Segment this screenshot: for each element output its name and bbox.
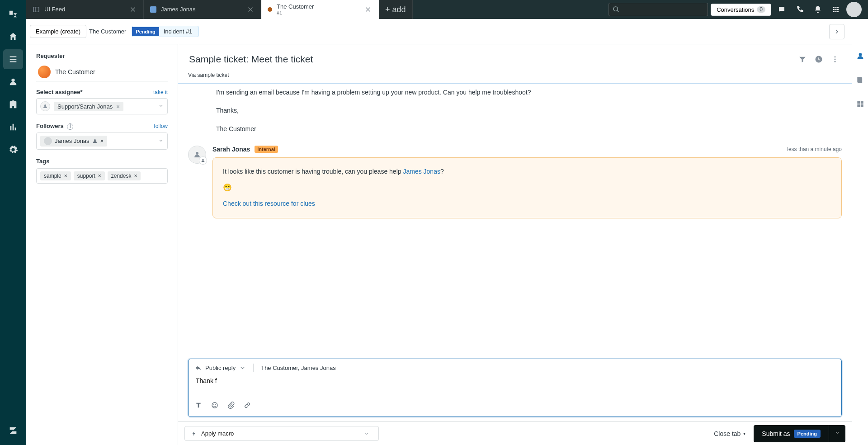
attach-button[interactable] (227, 402, 235, 410)
customer-message: I'm sending an email because I'm having … (216, 87, 668, 134)
filter-icon[interactable] (798, 55, 807, 63)
notifications-icon-button[interactable] (810, 2, 826, 17)
subject-input[interactable] (188, 53, 798, 65)
close-tab-button[interactable]: Close tab ▾ (711, 430, 748, 438)
subject-row (178, 44, 852, 69)
svg-rect-0 (33, 7, 39, 12)
remove-assignee-button[interactable]: × (116, 103, 120, 110)
search-icon (613, 6, 620, 13)
conversations-button[interactable]: Conversations 0 (711, 4, 771, 16)
info-icon[interactable]: i (67, 123, 73, 130)
close-icon[interactable] (246, 5, 255, 14)
submit-label: Submit as (762, 430, 790, 437)
svg-point-3 (835, 59, 836, 60)
rail-home-icon[interactable] (3, 27, 23, 47)
context-knowledge-icon[interactable] (856, 76, 865, 86)
rail-views-icon[interactable] (3, 49, 23, 69)
remove-follower-button[interactable]: × (100, 137, 104, 144)
tag-chip-label: zendesk (111, 173, 132, 179)
tab-ui-feed[interactable]: UI Feed (26, 0, 144, 19)
apps-icon-button[interactable] (828, 2, 844, 17)
note-author: Sarah Jonas (212, 146, 250, 153)
bell-icon (814, 5, 822, 14)
take-it-link[interactable]: take it (153, 89, 168, 95)
events-icon[interactable] (815, 55, 823, 63)
more-vertical-icon[interactable] (831, 55, 839, 63)
reply-textarea[interactable] (195, 376, 835, 395)
building-icon (8, 99, 18, 109)
chat-icon-button[interactable] (774, 2, 789, 17)
svg-point-5 (212, 402, 217, 408)
search-input[interactable] (609, 3, 708, 16)
tag-chip-label: support (77, 173, 95, 179)
followers-field[interactable]: James Jonas × (36, 133, 168, 150)
note-timestamp: less than a minute ago (787, 146, 842, 152)
tab-add-button[interactable]: + add (379, 0, 413, 19)
message-line: I'm sending an email because I'm having … (216, 87, 668, 97)
conversation-log: I'm sending an email because I'm having … (178, 83, 852, 359)
close-icon[interactable] (364, 5, 372, 14)
format-text-button[interactable] (195, 402, 202, 410)
tab-the-customer[interactable]: The Customer #1 (261, 0, 379, 19)
conversations-count-badge: 0 (757, 6, 765, 13)
remove-tag-button[interactable]: × (64, 173, 67, 179)
tags-field[interactable]: sample× support× zendesk× (36, 168, 168, 184)
submit-button[interactable]: Submit as Pending (754, 425, 829, 442)
zendesk-icon (8, 9, 18, 19)
chevron-down-icon (158, 137, 164, 145)
tag-chip: support× (74, 171, 105, 180)
ticket-dot-icon (268, 7, 272, 12)
note-text: It looks like this customer is having tr… (223, 168, 403, 175)
reply-mode-dropdown[interactable]: Public reply (195, 365, 246, 371)
tabs-strip: UI Feed James Jonas The Customer #1 + ad… (26, 0, 868, 19)
list-icon (8, 54, 18, 64)
example-create-button[interactable]: Example (create) (30, 25, 86, 38)
submit-dropdown-button[interactable] (829, 425, 845, 442)
remove-tag-button[interactable]: × (98, 173, 101, 179)
profile-avatar[interactable] (846, 2, 862, 17)
tab-title: The Customer #1 (277, 4, 359, 15)
phone-icon (796, 5, 804, 14)
internal-note: Sarah Jonas Internal less than a minute … (188, 146, 842, 218)
rail-zendesk-badge[interactable] (3, 421, 23, 440)
reply-composer: Public reply The Customer, James Jonas (188, 359, 842, 417)
tag-chip: sample× (40, 171, 71, 180)
breadcrumb-customer-link[interactable]: The Customer (89, 28, 126, 35)
requester-label: Requester (36, 52, 168, 59)
context-user-icon[interactable] (856, 52, 865, 62)
context-apps-icon[interactable] (856, 99, 865, 110)
submit-status-pill: Pending (794, 430, 821, 438)
users-icon (8, 77, 18, 87)
tab-subtitle: #1 (277, 10, 359, 15)
expand-sidebar-button[interactable] (829, 24, 844, 39)
follow-link[interactable]: follow (154, 123, 168, 129)
apply-macro-dropdown[interactable]: Apply macro (184, 426, 379, 441)
remove-tag-button[interactable]: × (134, 173, 137, 179)
reply-recipients[interactable]: The Customer, James Jonas (261, 365, 335, 371)
svg-point-4 (835, 61, 836, 62)
rail-users-icon[interactable] (3, 72, 23, 92)
requester-name: The Customer (55, 68, 95, 76)
ticket-status-chip[interactable]: Pending Incident #1 (132, 26, 199, 37)
rail-admin-icon[interactable] (3, 140, 23, 160)
ticket-footer: Apply macro Close tab ▾ Submit as Pendin… (178, 421, 852, 445)
requester-field[interactable]: The Customer (36, 63, 168, 81)
note-resource-link[interactable]: Check out this resource for clues (223, 200, 315, 207)
close-icon[interactable] (129, 5, 137, 14)
link-button[interactable] (244, 402, 251, 410)
phone-icon-button[interactable] (792, 2, 807, 17)
rail-reports-icon[interactable] (3, 117, 23, 137)
assignee-dropdown[interactable]: Support/Sarah Jonas × (36, 98, 168, 114)
tab-james-jonas[interactable]: James Jonas (144, 0, 261, 19)
chevron-down-icon (239, 365, 246, 371)
rail-zendesk-logo[interactable] (3, 4, 23, 24)
via-label: Via sample ticket (178, 69, 852, 83)
divider (253, 364, 254, 372)
top-right-controls: Conversations 0 (602, 0, 868, 19)
mention-link[interactable]: James Jonas (403, 168, 440, 175)
assignee-chip: Support/Sarah Jonas × (54, 102, 123, 111)
follower-chip-label: James Jonas (55, 137, 90, 144)
emoji-button[interactable] (211, 402, 218, 410)
rail-org-icon[interactable] (3, 95, 23, 114)
tag-chip: zendesk× (108, 171, 141, 180)
